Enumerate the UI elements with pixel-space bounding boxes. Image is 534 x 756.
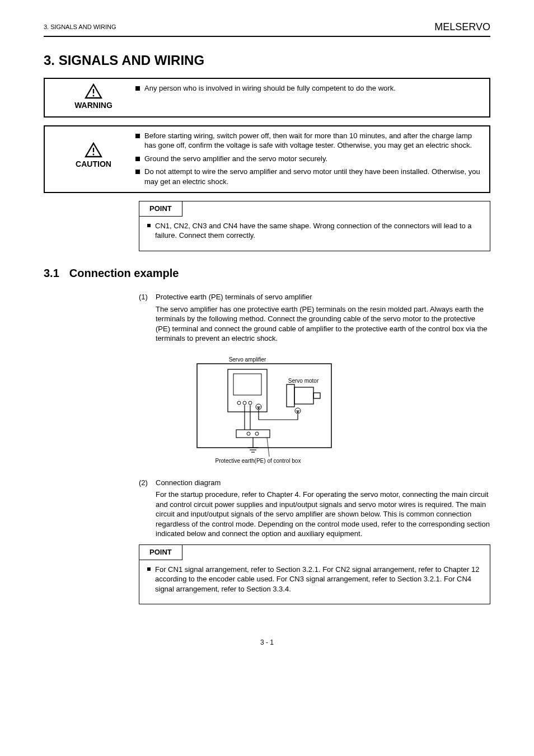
svg-rect-25 — [236, 430, 270, 438]
svg-point-1 — [93, 95, 95, 96]
caution-word: CAUTION — [76, 159, 111, 170]
motor-label: Servo motor — [288, 378, 319, 384]
page-number: 3 - 1 — [44, 638, 490, 647]
item-body-2: For the startup procedure, refer to Chap… — [156, 490, 490, 539]
bullet-icon — [135, 170, 140, 174]
item-title: Protective earth (PE) terminals of servo… — [156, 292, 312, 302]
svg-point-26 — [247, 432, 250, 435]
header-right: MELSERVO — [434, 20, 490, 34]
svg-point-8 — [243, 401, 246, 405]
svg-rect-4 — [197, 364, 331, 448]
caution-text-0: Before starting wiring, switch power off… — [144, 131, 483, 151]
numbered-item-2: (2) Connection diagram — [139, 478, 490, 488]
bullet-icon — [135, 157, 140, 161]
header-rule — [44, 36, 490, 37]
svg-point-7 — [237, 401, 241, 405]
warning-text: Any person who is involved in wiring sho… — [144, 83, 483, 93]
point-box-2: POINT For CN1 signal arrangement, refer … — [139, 544, 490, 604]
subsection-heading: 3.1 Connection example — [44, 266, 490, 281]
header-left: 3. SIGNALS AND WIRING — [44, 23, 116, 31]
point-text: CN1, CN2, CN3 and CN4 have the same shap… — [155, 221, 482, 241]
pe-label: Protective earth(PE) of control box — [216, 458, 301, 464]
point2-text: For CN1 signal arrangement, refer to Sec… — [155, 565, 482, 594]
item-title: Connection diagram — [156, 478, 221, 488]
item-key: (2) — [139, 478, 156, 488]
svg-rect-15 — [287, 384, 294, 407]
item-key: (1) — [139, 292, 156, 302]
grounding-svg: Servo amplifier Servo motor — [183, 354, 351, 466]
hazard-triangle-icon — [85, 142, 102, 158]
point-label: POINT — [139, 201, 182, 217]
svg-point-9 — [249, 401, 252, 405]
warning-callout: WARNING Any person who is involved in wi… — [44, 78, 490, 118]
item-body-1: The servo amplifier has one protective e… — [156, 304, 490, 344]
subsection-title: Connection example — [69, 266, 179, 281]
warning-word: WARNING — [74, 100, 113, 111]
caution-text-2: Do not attempt to wire the servo amplifi… — [144, 167, 483, 186]
svg-line-32 — [267, 438, 269, 457]
amplifier-label: Servo amplifier — [229, 356, 266, 363]
svg-point-27 — [255, 432, 259, 435]
bullet-icon — [147, 224, 151, 227]
point-label-2: POINT — [139, 545, 182, 560]
subsection-num: 3.1 — [44, 266, 59, 281]
hazard-triangle-icon — [85, 83, 102, 99]
grounding-diagram: Servo amplifier Servo motor — [44, 354, 490, 466]
svg-rect-17 — [313, 393, 320, 398]
bullet-icon — [147, 567, 151, 571]
point-box-1: POINT CN1, CN2, CN3 and CN4 have the sam… — [139, 201, 490, 251]
warning-icon-block: WARNING — [51, 83, 135, 111]
svg-point-3 — [93, 153, 95, 155]
caution-icon-block: CAUTION — [51, 131, 135, 170]
bullet-icon — [135, 86, 140, 91]
svg-rect-6 — [233, 374, 261, 395]
numbered-item-1: (1) Protective earth (PE) terminals of s… — [139, 292, 490, 302]
svg-rect-16 — [294, 387, 313, 404]
page-header: 3. SIGNALS AND WIRING MELSERVO — [44, 20, 490, 34]
caution-text-1: Ground the servo amplifier and the servo… — [144, 154, 483, 164]
bullet-icon — [135, 134, 140, 138]
section-heading: 3. SIGNALS AND WIRING — [44, 51, 490, 69]
caution-callout: CAUTION Before starting wiring, switch p… — [44, 125, 490, 194]
